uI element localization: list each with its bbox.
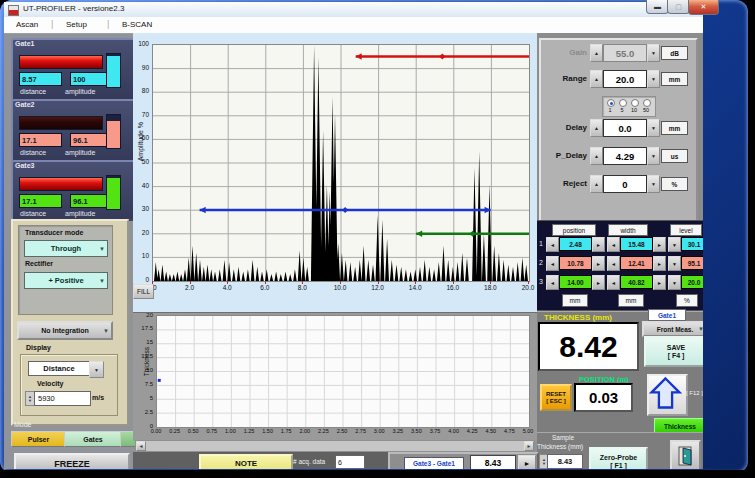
gate2-width-value[interactable]: 12.41: [620, 256, 653, 270]
maximize-button[interactable]: ▢: [667, 0, 690, 14]
note-button[interactable]: NOTE: [199, 454, 293, 469]
gain-decrement-button[interactable]: ▼: [647, 44, 660, 62]
display-mode-dropdown-button[interactable]: ▼: [89, 361, 104, 378]
gate-diff-label: Gate3 - Gate1: [404, 457, 464, 469]
p_delay-value[interactable]: 4.29: [603, 147, 647, 165]
p_delay-increment-button[interactable]: ▲: [590, 147, 603, 165]
gate1-position-right-button[interactable]: ►: [592, 237, 605, 252]
thickness-x-tick-label: 1.00: [220, 428, 240, 434]
gate3-level-down-button[interactable]: ▼: [668, 275, 681, 290]
gate2-width-right-button[interactable]: ►: [653, 256, 666, 271]
thickness-x-tick-label: 1.75: [276, 428, 296, 434]
ascan-x-tick-mark: [378, 281, 379, 284]
menu-separator: |: [51, 19, 53, 29]
range-increment-button[interactable]: ▲: [590, 70, 603, 88]
p_delay-decrement-button[interactable]: ▼: [647, 147, 660, 165]
gate1-position-value[interactable]: 2.48: [559, 237, 592, 251]
ascan-x-tick-label: 8.0: [290, 284, 314, 291]
sample-thickness-input[interactable]: 8.43: [547, 454, 583, 469]
gain-increment-button[interactable]: ▲: [590, 44, 603, 62]
gate3-level-value[interactable]: 20.0: [681, 275, 703, 289]
reject-value[interactable]: 0: [603, 175, 647, 193]
thickness-scrollbar[interactable]: ◄ ►: [135, 440, 535, 452]
gain-step-selector[interactable]: 151050: [602, 96, 656, 117]
advance-position-button[interactable]: [647, 374, 688, 416]
ascan-plot[interactable]: [152, 44, 530, 282]
chevron-down-icon: ▼: [99, 246, 105, 252]
close-button[interactable]: ✕: [688, 0, 719, 15]
thickness-plot[interactable]: [156, 315, 530, 428]
zero-probe-button[interactable]: Zero-Probe[ F1 ]: [589, 447, 648, 469]
gate1-width-left-button[interactable]: ◄: [607, 237, 620, 252]
tab-gates[interactable]: Gates: [64, 431, 122, 447]
gate3-width-right-button[interactable]: ►: [653, 275, 666, 290]
gate1-position-left-button[interactable]: ◄: [546, 237, 559, 252]
gate3-width-value[interactable]: 40.82: [620, 275, 653, 289]
gate3-position-right-button[interactable]: ►: [592, 275, 605, 290]
fill-button[interactable]: FILL: [133, 284, 154, 299]
tab-pulser[interactable]: Pulser: [11, 431, 66, 447]
ascan-x-tick-mark: [453, 281, 454, 284]
menu-separator: |: [107, 19, 109, 29]
display-mode-select[interactable]: Distance: [28, 361, 90, 376]
gate2-position-value[interactable]: 10.78: [559, 256, 592, 270]
gate1-level-value[interactable]: 30.1: [681, 237, 703, 251]
rectifier-select[interactable]: + Positive▼: [24, 272, 108, 289]
distance-label: distance: [20, 210, 46, 217]
menu-setup[interactable]: Setup: [66, 20, 87, 29]
transducer-mode-select[interactable]: Through▼: [24, 240, 108, 257]
ascan-y-axis-label: Amplitude %: [137, 122, 144, 161]
menu-bscan[interactable]: B-SCAN: [122, 20, 152, 29]
scroll-right-icon[interactable]: ►: [524, 441, 534, 451]
desktop: UT-PROFILER - versione2.3 Ascan | Setup …: [0, 0, 755, 478]
delay-label: Delay: [541, 123, 587, 132]
menu-ascan[interactable]: Ascan: [16, 20, 38, 29]
ascan-x-tick-mark: [490, 281, 491, 284]
minimize-button[interactable]: ▬: [646, 0, 669, 14]
title-bar[interactable]: UT-PROFILER - versione2.3: [4, 2, 703, 18]
thickness-x-tick-label: 3.50: [406, 428, 426, 434]
gate2-signal-bar: [19, 116, 103, 130]
scroll-left-icon[interactable]: ◄: [136, 441, 146, 451]
gate2-position-left-button[interactable]: ◄: [546, 256, 559, 271]
save-button[interactable]: SAVE[ F4 ]: [644, 336, 703, 367]
step-radio-10[interactable]: [631, 99, 639, 107]
freeze-button[interactable]: FREEZE: [14, 453, 130, 469]
step-radio-label: 10: [629, 107, 639, 113]
thickness-x-tick-label: 2.25: [313, 428, 333, 434]
reject-increment-button[interactable]: ▲: [590, 175, 603, 193]
gate2-level-down-button[interactable]: ▼: [668, 256, 681, 271]
app-window: UT-PROFILER - versione2.3 Ascan | Setup …: [4, 2, 703, 469]
gate1-width-value[interactable]: 15.48: [620, 237, 653, 251]
play-icon[interactable]: ►: [518, 455, 536, 469]
velocity-input[interactable]: 5930: [34, 391, 91, 406]
integration-select[interactable]: No Integration▼: [17, 321, 113, 340]
gate1-level-down-button[interactable]: ▼: [668, 237, 681, 252]
delay-value[interactable]: 0.0: [603, 119, 647, 137]
exit-button[interactable]: [670, 440, 701, 469]
gate2-position-right-button[interactable]: ►: [592, 256, 605, 271]
step-radio-50[interactable]: [643, 99, 651, 107]
display-label: Display: [26, 344, 51, 351]
gate1-width-right-button[interactable]: ►: [653, 237, 666, 252]
gate3-position-left-button[interactable]: ◄: [546, 275, 559, 290]
gate3-position-value[interactable]: 14.00: [559, 275, 592, 289]
gate3-width-left-button[interactable]: ◄: [607, 275, 620, 290]
step-radio-1[interactable]: [607, 99, 615, 107]
reset-button[interactable]: RESET[ ESC ]: [540, 384, 572, 411]
reject-decrement-button[interactable]: ▼: [647, 175, 660, 193]
gate2-level-value[interactable]: 95.1: [681, 256, 703, 270]
range-value[interactable]: 20.0: [603, 70, 647, 88]
taskbar-shadow: [0, 470, 755, 478]
step-radio-5[interactable]: [619, 99, 627, 107]
delay-increment-button[interactable]: ▲: [590, 119, 603, 137]
ascan-y-tick-label: 80: [123, 87, 149, 94]
ascan-y-tick-label: 40: [123, 182, 149, 189]
measure-mode-select[interactable]: Front Meas.▼: [642, 321, 703, 337]
delay-decrement-button[interactable]: ▼: [647, 119, 660, 137]
thickness-x-tick-label: 4.25: [462, 428, 482, 434]
gate2-width-left-button[interactable]: ◄: [607, 256, 620, 271]
acq-data-input[interactable]: 6: [335, 455, 365, 469]
ascan-x-tick-mark: [340, 281, 341, 284]
range-decrement-button[interactable]: ▼: [647, 70, 660, 88]
